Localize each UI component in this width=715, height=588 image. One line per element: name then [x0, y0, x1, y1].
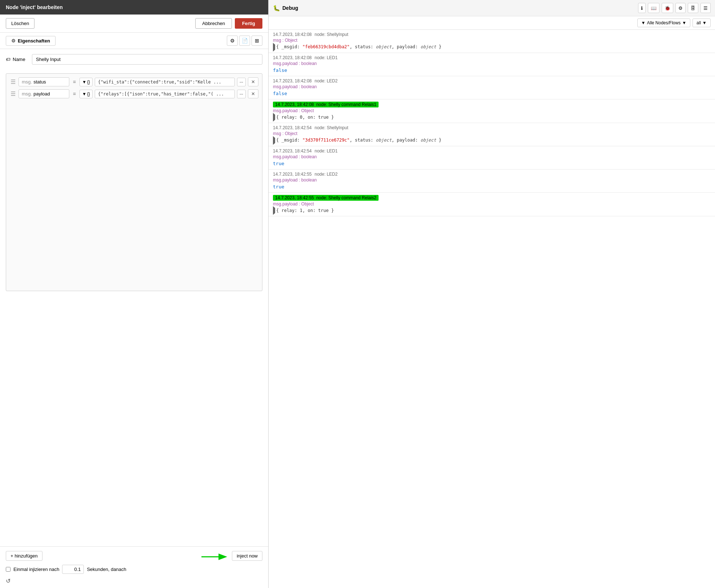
- expander-8[interactable]: [273, 206, 275, 215]
- debug-value-7: true: [273, 183, 711, 190]
- prop-value-status: {"wifi_sta":{"connected":true,"ssid":"Ke…: [95, 78, 235, 86]
- debug-time-6: 14.7.2023, 18:42:54: [273, 148, 312, 154]
- info-icon-btn[interactable]: ℹ: [638, 3, 646, 13]
- equals-sign-status: =: [72, 79, 77, 85]
- add-button[interactable]: + hinzufügen: [6, 551, 42, 561]
- prop-key-status-name: status: [33, 79, 46, 85]
- tabs-row: ⚙ Eigenschaften ⚙ 📄 ⊞: [0, 33, 268, 49]
- delete-prop-status[interactable]: ✕: [248, 77, 258, 86]
- debug-msg-7: 14.7.2023, 18:42:55 node: LED2 msg.paylo…: [269, 170, 715, 193]
- debug-msg-type-6: msg.payload : boolean: [273, 154, 711, 159]
- msg-prefix-payload: msg.: [22, 91, 32, 97]
- prop-row-payload: ☰ msg. payload = ▼ {} {"relays":[{"ison"…: [10, 89, 258, 98]
- debug-title-text: Debug: [282, 5, 298, 11]
- doc-icon-btn[interactable]: 📄: [239, 36, 250, 46]
- cancel-button[interactable]: Abbrechen: [195, 18, 232, 29]
- filter-chevron: ▼: [682, 20, 686, 25]
- debug-meta-6: 14.7.2023, 18:42:54 node: LED1: [273, 148, 711, 154]
- once-label: Einmal injizieren nach: [13, 567, 59, 572]
- gear-icon: ⚙: [11, 38, 16, 44]
- settings-icon-btn[interactable]: ⚙: [227, 36, 238, 46]
- name-input[interactable]: [32, 54, 262, 65]
- filter-nodes-button[interactable]: ▼ Alle Nodes/Flows ▼: [637, 19, 690, 27]
- delete-prop-payload[interactable]: ✕: [248, 89, 258, 98]
- db-icon-btn[interactable]: 🗄: [688, 3, 698, 13]
- delete-button[interactable]: Löschen: [6, 18, 34, 29]
- toolbar-right: Abbrechen Fertig: [195, 18, 262, 29]
- debug-msg-type-1: msg : Object: [273, 38, 711, 43]
- expander-5[interactable]: [273, 136, 275, 145]
- filter-icon: ▼: [641, 20, 646, 25]
- debug-node-2: node: LED1: [315, 55, 338, 60]
- debug-obj-8: { relay: 1, on: true }: [273, 207, 711, 214]
- all-button[interactable]: all ▼: [692, 19, 711, 27]
- prop-type-status[interactable]: ▼ {}: [79, 78, 93, 86]
- settings2-icon-btn[interactable]: ⚙: [675, 3, 686, 13]
- debug-msg-8: 14.7.2023, 18:42:55 node: Shelly command…: [269, 193, 715, 217]
- debug-obj-5: { _msgid: "3d370f711ce6729c", status: ob…: [273, 137, 711, 144]
- props-area: ☰ msg. status = ▼ {} {"wifi_sta":{"conne…: [0, 70, 268, 546]
- drag-handle-status[interactable]: ☰: [10, 78, 16, 86]
- name-label: 🏷 Name: [6, 57, 28, 62]
- prop-value-payload: {"relays":[{"ison":true,"has_timer":fals…: [95, 90, 235, 98]
- debug-obj-1: { _msgid: "feb66319cbd4dba2", status: ob…: [273, 44, 711, 50]
- msg-prefix-status: msg.: [22, 79, 32, 85]
- right-panel: 🐛 Debug ℹ 📖 🐞 ⚙ 🗄 ☰ ▼ Alle Nodes/Flows ▼…: [269, 0, 715, 588]
- debug-meta-1: 14.7.2023, 18:42:08 node: ShellyInput: [273, 32, 711, 37]
- left-panel: Node 'inject' bearbeiten Löschen Abbrech…: [0, 0, 269, 588]
- debug-msg-2: 14.7.2023, 18:42:08 node: LED1 msg.paylo…: [269, 53, 715, 76]
- debug-title: 🐛 Debug: [273, 5, 636, 12]
- debug-node-6: node: LED1: [315, 148, 338, 154]
- prop-type-payload[interactable]: ▼ {}: [79, 90, 93, 98]
- panel-title-text: Node 'inject' bearbeiten: [6, 4, 63, 10]
- bug-icon: 🐛: [273, 5, 280, 12]
- filter-label: Alle Nodes/Flows: [647, 20, 681, 25]
- debug-obj-4: { relay: 0, on: true }: [273, 114, 711, 121]
- ellipsis-btn-payload[interactable]: ···: [237, 90, 246, 98]
- bug2-icon-btn[interactable]: 🐞: [662, 3, 673, 13]
- debug-header: 🐛 Debug ℹ 📖 🐞 ⚙ 🗄 ☰: [269, 0, 715, 16]
- tab-properties[interactable]: ⚙ Eigenschaften: [6, 36, 56, 46]
- debug-msg-6: 14.7.2023, 18:42:54 node: LED1 msg.paylo…: [269, 146, 715, 170]
- grid-icon-btn[interactable]: ⊞: [252, 36, 262, 46]
- prop-type-icon-payload: {}: [87, 91, 90, 97]
- name-row: 🏷 Name: [0, 49, 268, 70]
- debug-msg-1: 14.7.2023, 18:42:08 node: ShellyInput ms…: [269, 30, 715, 53]
- debug-time-2: 14.7.2023, 18:42:08: [273, 55, 312, 60]
- prop-key-payload: msg. payload: [19, 89, 69, 98]
- once-row: Einmal injizieren nach Sekunden, danach: [6, 565, 262, 574]
- debug-msg-type-8: msg.payload : Object: [273, 201, 711, 207]
- debug-value-6: true: [273, 160, 711, 167]
- inject-button[interactable]: inject now: [232, 551, 262, 561]
- debug-meta-3: 14.7.2023, 18:42:08 node: LED2: [273, 78, 711, 83]
- debug-msg-type-7: msg.payload : boolean: [273, 177, 711, 183]
- once-checkbox[interactable]: [6, 567, 11, 572]
- more-icon-btn[interactable]: ☰: [700, 3, 711, 13]
- expander-1[interactable]: [273, 43, 275, 52]
- debug-meta-2: 14.7.2023, 18:42:08 node: LED1: [273, 55, 711, 60]
- debug-messages: 14.7.2023, 18:42:08 node: ShellyInput ms…: [269, 30, 715, 588]
- debug-time-7: 14.7.2023, 18:42:55: [273, 172, 312, 177]
- tab-icons: ⚙ 📄 ⊞: [227, 36, 262, 46]
- prop-type-icon-status: {}: [87, 79, 90, 85]
- filter-row: ▼ Alle Nodes/Flows ▼ all ▼: [269, 16, 715, 30]
- debug-meta-7: 14.7.2023, 18:42:55 node: LED2: [273, 172, 711, 177]
- bottom-area: + hinzufügen inject now Einmal injiziere…: [0, 546, 268, 588]
- drag-handle-payload[interactable]: ☰: [10, 90, 16, 98]
- dropdown-arrow-status: ▼: [82, 79, 86, 85]
- debug-node-highlight-4: 14.7.2023, 18:42:08 node: Shelly command…: [273, 102, 379, 107]
- once-value-input[interactable]: [62, 565, 84, 574]
- refresh-icon[interactable]: ↺: [6, 578, 11, 584]
- toolbar-row: Löschen Abbrechen Fertig: [0, 15, 268, 33]
- debug-node-highlight-8: 14.7.2023, 18:42:55 node: Shelly command…: [273, 195, 379, 201]
- all-label: all: [696, 20, 701, 25]
- expander-4[interactable]: [273, 113, 275, 122]
- debug-time-1: 14.7.2023, 18:42:08: [273, 32, 312, 37]
- debug-msg-type-4: msg.payload : Object: [273, 108, 711, 113]
- done-button[interactable]: Fertig: [235, 18, 262, 29]
- debug-node-5: node: ShellyInput: [315, 125, 348, 130]
- after-label: Sekunden, danach: [87, 567, 126, 572]
- ellipsis-btn-status[interactable]: ···: [237, 78, 246, 86]
- debug-node-3: node: LED2: [315, 78, 338, 83]
- book-icon-btn[interactable]: 📖: [648, 3, 659, 13]
